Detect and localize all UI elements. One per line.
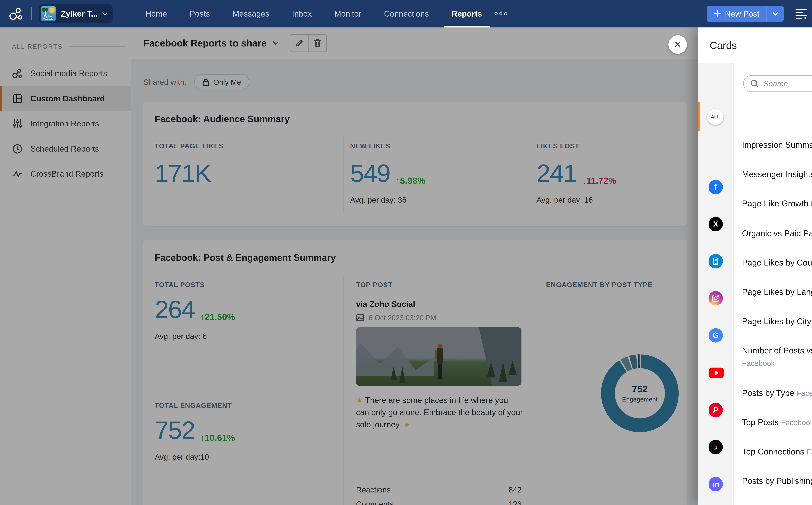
instagram-icon[interactable] [709,291,723,305]
brand-avatar: Zylker Travels [41,6,56,22]
chevron-down-icon [102,12,108,16]
brand-selector[interactable]: Zylker Travels Zylker T... [39,4,112,23]
nav-tab-connections[interactable]: Connections [373,0,440,27]
cards-search [743,75,812,92]
youtube-icon[interactable] [709,367,724,378]
card-option-page-likes-by-city[interactable]: Page Likes by City Facebook [742,315,812,328]
card-option-impression-summary[interactable]: Impression Summary Facebook [742,139,812,151]
zoho-social-app: Zylker Travels Zylker T... Home Posts Me… [0,0,812,505]
chevron-down-icon [772,12,778,16]
nav-tab-home[interactable]: Home [134,0,178,27]
card-option-messenger-insights-summary[interactable]: Messenger Insights Summary Facebook [742,168,812,181]
card-option-top-posts[interactable]: Top Posts Facebook [742,416,812,429]
top-navbar: Zylker Travels Zylker T... Home Posts Me… [0,0,812,27]
navbar-right: New Post [707,5,812,22]
new-post-button[interactable]: New Post [707,6,767,22]
search-icon [750,79,759,88]
card-option-page-like-growth[interactable]: Page Like Growth Facebook [742,197,812,210]
card-option-page-likes-by-country[interactable]: Page Likes by Country Facebook [742,257,812,269]
cards-list: Impression Summary Facebook Messenger In… [734,63,812,505]
nav-tab-reports[interactable]: Reports [440,0,493,27]
card-option-page-likes-by-language[interactable]: Page Likes by Language Facebook [742,286,812,299]
filter-all-badge[interactable]: ALL [707,109,723,125]
mastodon-icon[interactable]: m [709,477,723,491]
cards-panel-title: Cards [698,27,812,51]
brand-name: Zylker T... [61,9,97,18]
card-option-organic-vs-paid-page-likes[interactable]: Organic vs Paid Page Likes Facebook [742,227,812,240]
card-option-number-of-posts-vs-engagement[interactable]: Number of Posts vs Engagement Facebook [742,344,812,370]
cards-search-input[interactable] [763,79,812,88]
network-filter-rail: ALL f X G P ♪ m @ [698,63,734,505]
nav-tab-posts[interactable]: Posts [178,0,221,27]
google-icon[interactable]: G [709,328,723,343]
nav-tab-monitor[interactable]: Monitor [323,0,372,27]
zoho-social-logo-icon [8,6,24,22]
linkedin-page-icon[interactable] [709,254,723,268]
card-option-posts-by-publishing-apps[interactable]: Posts by Publishing Apps Facebook [742,475,812,487]
x-twitter-icon[interactable]: X [709,217,723,231]
divider [31,7,32,20]
activity-list-icon[interactable] [795,8,807,20]
cards-panel: Cards ALL f X G P ♪ m @ [698,27,812,505]
card-option-posts-by-type[interactable]: Posts by Type Facebook [742,387,812,399]
close-panel-button[interactable]: ✕ [668,35,687,54]
modal-dim-overlay [0,27,698,505]
nav-tab-messages[interactable]: Messages [221,0,281,27]
active-filter-indicator [698,102,700,131]
new-post-dropdown-button[interactable] [767,6,784,22]
card-option-top-connections[interactable]: Top Connections Facebook [742,445,812,458]
nav-tab-inbox[interactable]: Inbox [281,0,323,27]
new-post-split-button: New Post [707,6,784,22]
facebook-icon[interactable]: f [709,180,723,194]
tiktok-icon[interactable]: ♪ [709,440,723,454]
pinterest-icon[interactable]: P [709,403,723,417]
plus-icon [714,10,721,17]
primary-nav: Home Posts Messages Inbox Monitor Connec… [134,0,507,27]
nav-more-icon[interactable] [495,12,507,15]
